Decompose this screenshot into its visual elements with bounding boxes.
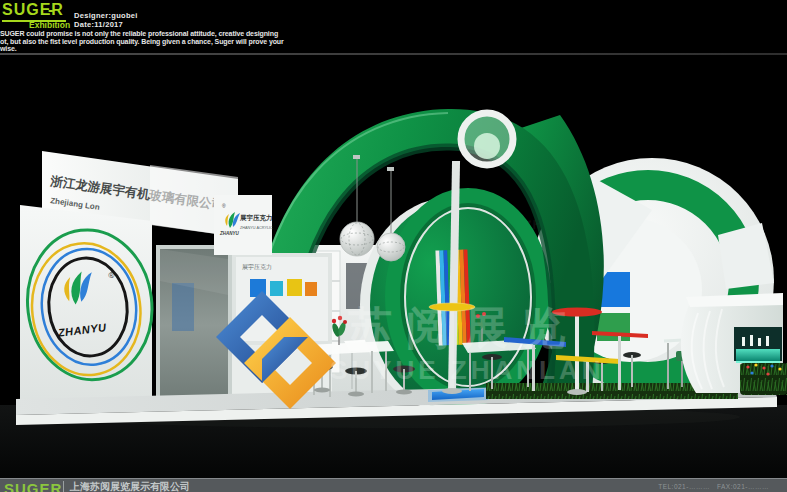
- header: SUGER - Exhibition Designer:guobei Date:…: [0, 0, 787, 55]
- sphere-lamp: [377, 233, 405, 261]
- header-logo-sub: Exhibition: [29, 20, 70, 30]
- logo-registered-mark: ®: [108, 271, 115, 281]
- booth-render: ® ZHANYU: [0, 55, 787, 478]
- flower-hedge: [740, 363, 787, 395]
- footer-contact: TEL:021-……… FAX:021-………: [658, 483, 769, 492]
- header-logo: SUGER: [2, 1, 66, 22]
- promise-line-3: wise.: [0, 45, 292, 53]
- header-divider: [0, 53, 787, 55]
- design-sheet: SUGER - Exhibition Designer:guobei Date:…: [0, 0, 787, 492]
- footer-logo: SUGER: [4, 480, 62, 492]
- promise-text: SUGER could promise is not only the reli…: [0, 30, 292, 53]
- header-logo-dash: -: [48, 1, 53, 19]
- logo-wall: [20, 205, 152, 407]
- disc-square-green: [597, 313, 630, 341]
- watermark-text-en: SUYUE ZHANLAN: [330, 355, 604, 385]
- footer-divider: [63, 481, 64, 492]
- footer-company-name: 上海苏阅展览展示有限公司: [70, 480, 190, 492]
- designer-label: Designer:guobei: [74, 11, 138, 20]
- sphere-lamp: [340, 222, 374, 256]
- column-brand-text: ZHANYU: [219, 231, 239, 236]
- column-title-en: ZHANYU ACRYLIC: [240, 226, 273, 230]
- date-label: Date:11/2017: [74, 20, 123, 29]
- footer: SUGER 上海苏阅展览展示有限公司 TEL:021-……… FAX:021-……: [0, 478, 787, 492]
- watermark-text-cn: 苏阅展览: [348, 303, 580, 352]
- display-header-text: 展宇压克力: [242, 263, 272, 271]
- promise-line-1: SUGER could promise is not only the reli…: [0, 30, 292, 38]
- alcove-glow: [736, 349, 780, 361]
- column-registered-mark: ®: [222, 203, 226, 209]
- glass-poster: [172, 283, 194, 331]
- column-title-cn: 展宇压克力: [239, 214, 273, 222]
- promise-line-2: ot, but also the fist level production q…: [0, 38, 292, 46]
